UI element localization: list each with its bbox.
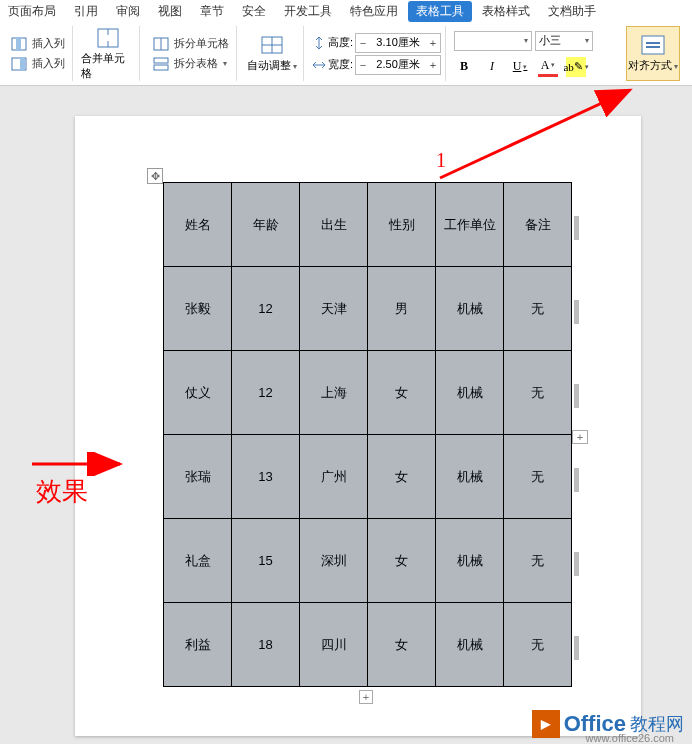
split-table-icon — [151, 56, 171, 72]
table-cell[interactable]: 张瑞 — [164, 435, 232, 519]
row-handle[interactable] — [574, 636, 579, 660]
width-label: 宽度: — [328, 57, 353, 72]
menu-security[interactable]: 安全 — [234, 1, 274, 22]
split-table-button[interactable]: 拆分表格▾ — [148, 55, 232, 73]
insert-column-label: 插入列 — [32, 36, 65, 51]
highlight-button[interactable]: ab✎ — [566, 57, 586, 77]
align-label: 对齐方式 — [628, 59, 672, 71]
table-cell[interactable]: 18 — [232, 603, 300, 687]
table-cell[interactable]: 机械 — [436, 435, 504, 519]
table-cell[interactable]: 无 — [504, 435, 572, 519]
table-cell[interactable]: 礼盒 — [164, 519, 232, 603]
row-handle[interactable] — [574, 300, 579, 324]
table-cell[interactable]: 女 — [368, 435, 436, 519]
row-handle[interactable] — [574, 468, 579, 492]
add-row-button[interactable]: + — [359, 690, 373, 704]
width-value: 2.50厘米 — [370, 57, 426, 72]
table-cell[interactable]: 天津 — [300, 267, 368, 351]
table-cell[interactable]: 男 — [368, 267, 436, 351]
table-cell[interactable]: 12 — [232, 351, 300, 435]
table-cell[interactable]: 无 — [504, 267, 572, 351]
font-color-button[interactable]: A — [538, 57, 558, 77]
height-icon — [312, 36, 326, 50]
font-size-select[interactable]: 小三 ▾ — [535, 31, 593, 51]
table-header-cell[interactable]: 出生 — [300, 183, 368, 267]
autofit-label: 自动调整 — [247, 59, 291, 71]
menu-doc-helper[interactable]: 文档助手 — [540, 1, 604, 22]
table-row: 利益 18 四川 女 机械 无 — [164, 603, 572, 687]
menu-chapter[interactable]: 章节 — [192, 1, 232, 22]
table-cell[interactable]: 深圳 — [300, 519, 368, 603]
merge-cells-button[interactable]: 合并单元格 — [81, 26, 135, 81]
align-button[interactable]: 对齐方式▾ — [626, 26, 680, 81]
width-spinner[interactable]: − 2.50厘米 + — [355, 55, 441, 75]
table-cell[interactable]: 女 — [368, 603, 436, 687]
insert-column-icon — [9, 36, 29, 52]
row-handle[interactable] — [574, 552, 579, 576]
chevron-down-icon: ▾ — [223, 59, 227, 68]
split-cells-button[interactable]: 拆分单元格 — [148, 35, 232, 53]
menu-page-layout[interactable]: 页面布局 — [0, 1, 64, 22]
table-cell[interactable]: 机械 — [436, 603, 504, 687]
table-header-cell[interactable]: 性别 — [368, 183, 436, 267]
watermark: ▶ Office 教程网 www.office26.com — [532, 710, 684, 738]
table-cell[interactable]: 女 — [368, 519, 436, 603]
menu-review[interactable]: 审阅 — [108, 1, 148, 22]
table-cell[interactable]: 无 — [504, 351, 572, 435]
table-cell[interactable]: 上海 — [300, 351, 368, 435]
watermark-icon: ▶ — [532, 710, 560, 738]
autofit-icon — [259, 34, 285, 56]
table-cell[interactable]: 15 — [232, 519, 300, 603]
table-cell[interactable]: 四川 — [300, 603, 368, 687]
row-handle[interactable] — [574, 384, 579, 408]
menu-devtools[interactable]: 开发工具 — [276, 1, 340, 22]
font-family-select[interactable]: ▾ — [454, 31, 532, 51]
chevron-down-icon: ▾ — [293, 62, 297, 71]
autofit-button[interactable]: 自动调整▾ — [245, 26, 299, 81]
italic-button[interactable]: I — [482, 57, 502, 77]
table-cell[interactable]: 利益 — [164, 603, 232, 687]
menu-table-style[interactable]: 表格样式 — [474, 1, 538, 22]
height-label: 高度: — [328, 35, 353, 50]
table-cell[interactable]: 13 — [232, 435, 300, 519]
height-spinner[interactable]: − 3.10厘米 + — [355, 33, 441, 53]
menu-view[interactable]: 视图 — [150, 1, 190, 22]
table-cell[interactable]: 无 — [504, 603, 572, 687]
table-header-cell[interactable]: 工作单位 — [436, 183, 504, 267]
width-decrement[interactable]: − — [356, 56, 370, 74]
split-table-label: 拆分表格 — [174, 56, 218, 71]
height-increment[interactable]: + — [426, 34, 440, 52]
underline-button[interactable]: U — [510, 57, 530, 77]
table-header-cell[interactable]: 年龄 — [232, 183, 300, 267]
table-cell[interactable]: 广州 — [300, 435, 368, 519]
menu-table-tools[interactable]: 表格工具 — [408, 1, 472, 22]
height-decrement[interactable]: − — [356, 34, 370, 52]
table-cell[interactable]: 机械 — [436, 351, 504, 435]
table-header-row: 姓名 年龄 出生 性别 工作单位 备注 — [164, 183, 572, 267]
add-column-button[interactable]: + — [572, 430, 588, 444]
table-cell[interactable]: 仗义 — [164, 351, 232, 435]
table-cell[interactable]: 女 — [368, 351, 436, 435]
table-cell[interactable]: 机械 — [436, 519, 504, 603]
insert-column-button-2[interactable]: 插入列 — [6, 55, 68, 73]
table-header-cell[interactable]: 姓名 — [164, 183, 232, 267]
table-move-handle[interactable]: ✥ — [147, 168, 163, 184]
menu-special[interactable]: 特色应用 — [342, 1, 406, 22]
data-table[interactable]: 姓名 年龄 出生 性别 工作单位 备注 张毅 12 天津 男 机械 无 仗义 1… — [163, 182, 572, 687]
svg-rect-1 — [16, 38, 21, 50]
group-font: ▾ 小三 ▾ B I U A ab✎ — [450, 26, 597, 81]
document-area: ✥ 姓名 年龄 出生 性别 工作单位 备注 张毅 12 天津 男 机械 无 仗义… — [0, 86, 692, 744]
table-cell[interactable]: 机械 — [436, 267, 504, 351]
table-cell[interactable]: 无 — [504, 519, 572, 603]
table-row: 张瑞 13 广州 女 机械 无 — [164, 435, 572, 519]
table-header-cell[interactable]: 备注 — [504, 183, 572, 267]
table-cell[interactable]: 张毅 — [164, 267, 232, 351]
table-row: 张毅 12 天津 男 机械 无 — [164, 267, 572, 351]
group-autofit: 自动调整▾ — [241, 26, 304, 81]
bold-button[interactable]: B — [454, 57, 474, 77]
insert-column-button-1[interactable]: 插入列 — [6, 35, 68, 53]
table-cell[interactable]: 12 — [232, 267, 300, 351]
menu-references[interactable]: 引用 — [66, 1, 106, 22]
width-increment[interactable]: + — [426, 56, 440, 74]
row-handle[interactable] — [574, 216, 579, 240]
